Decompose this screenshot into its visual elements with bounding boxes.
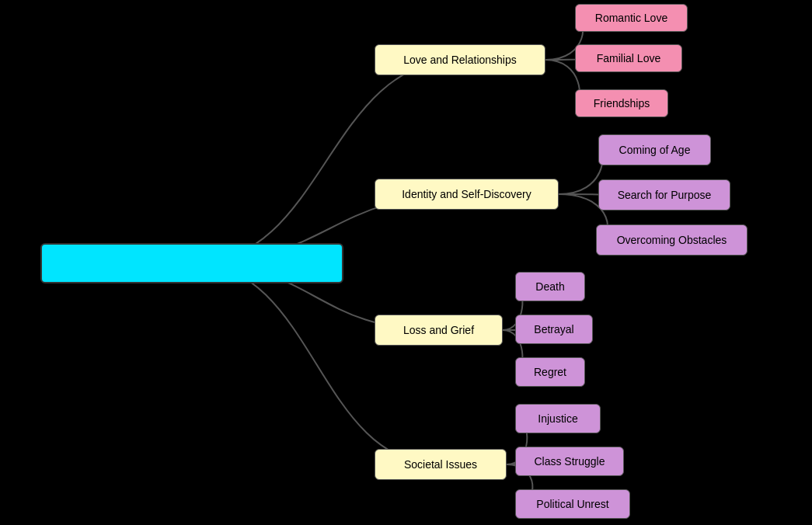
branch-node-identity: Identity and Self-Discovery (375, 179, 559, 210)
branch-node-love: Love and Relationships (375, 44, 545, 75)
leaf-node-love-1: Familial Love (575, 44, 682, 72)
leaf-node-love-2: Friendships (575, 89, 668, 117)
leaf-node-societal-2: Political Unrest (515, 489, 630, 519)
leaf-node-societal-1: Class Struggle (515, 447, 624, 476)
leaf-node-identity-0: Coming of Age (598, 134, 711, 165)
leaf-node-societal-0: Injustice (515, 404, 601, 433)
leaf-node-loss-1: Betrayal (515, 315, 593, 344)
leaf-node-loss-0: Death (515, 272, 585, 301)
root-node (40, 243, 343, 283)
branch-node-loss: Loss and Grief (375, 315, 503, 346)
leaf-node-identity-1: Search for Purpose (598, 179, 730, 210)
leaf-node-loss-2: Regret (515, 357, 585, 387)
branch-node-societal: Societal Issues (375, 449, 507, 480)
leaf-node-identity-2: Overcoming Obstacles (596, 224, 748, 256)
leaf-node-love-0: Romantic Love (575, 4, 688, 32)
